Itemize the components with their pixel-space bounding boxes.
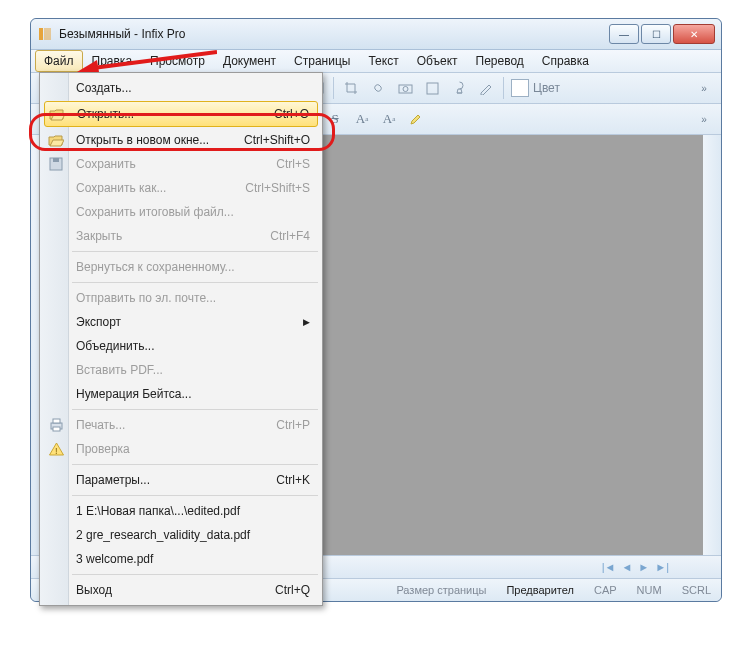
close-button[interactable]: ✕ [673,24,715,44]
overflow-icon[interactable]: » [691,107,715,131]
open-icon [48,105,66,123]
file-menu-item: СохранитьCtrl+S [42,152,320,176]
menu-edit[interactable]: Правка [83,50,142,72]
note-icon[interactable] [420,76,444,100]
menu-item-label: Открыть... [77,107,134,121]
menu-item-label: Печать... [76,418,125,432]
menu-view[interactable]: Просмотр [141,50,214,72]
menu-separator [72,495,318,496]
menu-item-label: Проверка [76,442,130,456]
svg-rect-1 [44,28,51,40]
menu-pages[interactable]: Страницы [285,50,359,72]
menu-item-shortcut: Ctrl+F4 [270,229,310,243]
menu-item-shortcut: Ctrl+K [276,473,310,487]
menu-item-label: Открыть в новом окне... [76,133,209,147]
page-first-icon[interactable]: |◄ [602,561,616,573]
menu-file[interactable]: Файл [35,50,83,72]
file-menu-item: Печать...Ctrl+P [42,413,320,437]
status-page-size: Размер страницы [392,584,490,596]
menu-item-label: Отправить по эл. почте... [76,291,216,305]
file-menu-dropdown: Создать...Открыть...Ctrl+OОткрыть в ново… [39,72,323,606]
file-menu-item: !Проверка [42,437,320,461]
svg-point-12 [403,87,408,92]
menu-item-label: Сохранить как... [76,181,166,195]
file-menu-item[interactable]: Нумерация Бейтса... [42,382,320,406]
menu-item-label: Вставить PDF... [76,363,163,377]
link-icon[interactable] [366,76,390,100]
page-prev-icon[interactable]: ◄ [621,561,632,573]
svg-rect-38 [53,419,60,423]
camera-icon[interactable] [393,76,417,100]
menu-item-shortcut: Ctrl+Shift+S [245,181,310,195]
titlebar[interactable]: Безымянный - Infix Pro — ☐ ✕ [31,19,721,50]
strike-icon[interactable]: S [323,107,347,131]
menu-item-label: Создать... [76,81,132,95]
vertical-scrollbar[interactable] [703,135,721,555]
menubar: Файл Правка Просмотр Документ Страницы Т… [31,50,721,73]
menu-item-label: Сохранить [76,157,136,171]
file-menu-item[interactable]: Экспорт▶ [42,310,320,334]
color-swatch [511,79,529,97]
save-icon [47,155,65,173]
status-preview[interactable]: Предварител [502,584,578,596]
file-menu-item: Сохранить как...Ctrl+Shift+S [42,176,320,200]
svg-rect-36 [53,158,59,162]
maximize-button[interactable]: ☐ [641,24,671,44]
color-label: Цвет [533,81,560,95]
menu-item-label: 1 E:\Новая папка\...\edited.pdf [76,504,240,518]
status-num: NUM [633,584,666,596]
menu-item-shortcut: Ctrl+Shift+O [244,133,310,147]
status-scrl: SCRL [678,584,715,596]
warn-icon: ! [47,440,65,458]
file-menu-item[interactable]: Открыть...Ctrl+O [44,101,318,127]
menu-object[interactable]: Объект [408,50,467,72]
menu-item-label: Параметры... [76,473,150,487]
subscript-icon[interactable]: Aa [377,107,401,131]
menu-item-shortcut: Ctrl+P [276,418,310,432]
menu-separator [72,251,318,252]
svg-text:!: ! [55,446,58,456]
menu-help[interactable]: Справка [533,50,598,72]
minimize-button[interactable]: — [609,24,639,44]
menu-separator [72,409,318,410]
menu-separator [72,464,318,465]
menu-item-label: Объединить... [76,339,155,353]
file-menu-item[interactable]: Создать... [42,76,320,100]
menu-item-label: Экспорт [76,315,121,329]
page-last-icon[interactable]: ►| [655,561,669,573]
open-icon [47,131,65,149]
file-menu-item[interactable]: 2 gre_research_validity_data.pdf [42,523,320,547]
file-menu-item[interactable]: 3 welcome.pdf [42,547,320,571]
file-menu-item: Отправить по эл. почте... [42,286,320,310]
file-menu-item[interactable]: ВыходCtrl+Q [42,578,320,602]
pencil-icon[interactable] [474,76,498,100]
toolbar-color[interactable]: Цвет [511,79,560,97]
file-menu-item[interactable]: Параметры...Ctrl+K [42,468,320,492]
stamp-icon[interactable] [447,76,471,100]
print-icon [47,416,65,434]
menu-translate[interactable]: Перевод [467,50,533,72]
menu-item-label: 2 gre_research_validity_data.pdf [76,528,250,542]
toolbar-separator [503,77,504,99]
menu-item-label: Закрыть [76,229,122,243]
menu-item-shortcut: Ctrl+O [274,107,309,121]
crop-icon[interactable] [339,76,363,100]
menu-document[interactable]: Документ [214,50,285,72]
toolbar-separator [333,77,334,99]
app-icon [37,26,53,42]
overflow-icon[interactable]: » [691,76,715,100]
menu-text[interactable]: Текст [359,50,407,72]
file-menu-item: Вернуться к сохраненному... [42,255,320,279]
menu-separator [72,574,318,575]
highlight-icon[interactable] [404,107,428,131]
file-menu-item[interactable]: Открыть в новом окне...Ctrl+Shift+O [42,128,320,152]
file-menu-item: ЗакрытьCtrl+F4 [42,224,320,248]
menu-item-shortcut: Ctrl+Q [275,583,310,597]
file-menu-item[interactable]: 1 E:\Новая папка\...\edited.pdf [42,499,320,523]
menu-separator [72,282,318,283]
superscript-icon[interactable]: Aa [350,107,374,131]
menu-item-label: Нумерация Бейтса... [76,387,192,401]
file-menu-item[interactable]: Объединить... [42,334,320,358]
window-title: Безымянный - Infix Pro [59,27,607,41]
page-next-icon[interactable]: ► [638,561,649,573]
